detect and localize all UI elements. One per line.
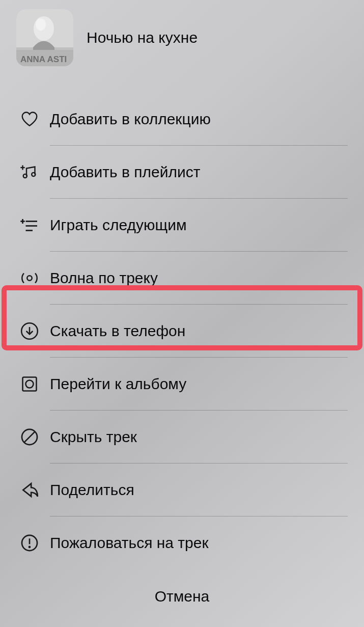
queue-next-icon [19,215,40,235]
svg-point-3 [36,18,46,31]
menu-item-add-playlist[interactable]: Добавить в плейлист [0,146,364,199]
svg-point-14 [27,276,32,281]
track-header: ANNA ASTI Ночью на кухне [0,0,364,72]
menu-item-add-collection[interactable]: Добавить в коллекцию [0,93,364,146]
track-title: Ночью на кухне [87,29,198,46]
cancel-button[interactable]: Отмена [0,566,364,627]
playlist-add-icon [19,162,40,182]
album-cover: ANNA ASTI [16,9,73,66]
menu-item-label: Скачать в телефон [50,322,185,340]
cancel-label: Отмена [155,588,210,605]
menu-list: Добавить в коллекцию Добавить в плейлист [0,93,364,569]
svg-point-23 [29,547,30,548]
heart-icon [19,109,40,129]
menu-item-hide-track[interactable]: Скрыть трек [0,411,364,464]
svg-point-18 [26,380,34,388]
menu-item-label: Поделиться [50,481,134,499]
menu-item-label: Скрыть трек [50,428,137,446]
menu-item-label: Перейти к альбому [50,375,186,393]
block-icon [19,427,40,447]
svg-rect-17 [23,377,37,391]
menu-item-label: Пожаловаться на трек [50,534,209,552]
share-icon [19,480,40,500]
svg-point-5 [23,174,27,178]
menu-item-goto-album[interactable]: Перейти к альбому [0,358,364,411]
wave-icon [19,268,40,288]
action-sheet: ANNA ASTI Ночью на кухне Добавить в колл… [0,0,364,627]
menu-item-wave[interactable]: Волна по треку [0,252,364,305]
menu-item-share[interactable]: Поделиться [0,464,364,516]
menu-item-report[interactable]: Пожаловаться на трек [0,516,364,569]
menu-item-download[interactable]: Скачать в телефон [0,305,364,358]
svg-point-6 [32,173,35,176]
menu-item-label: Волна по треку [50,269,158,287]
cover-artist-text: ANNA ASTI [20,54,67,64]
menu-item-label: Играть следующим [50,216,187,234]
download-icon [19,321,40,341]
menu-item-play-next[interactable]: Играть следующим [0,199,364,252]
svg-line-20 [24,431,35,442]
menu-item-label: Добавить в коллекцию [50,111,211,128]
album-icon [19,374,40,394]
menu-item-label: Добавить в плейлист [50,163,200,181]
report-icon [19,533,40,553]
